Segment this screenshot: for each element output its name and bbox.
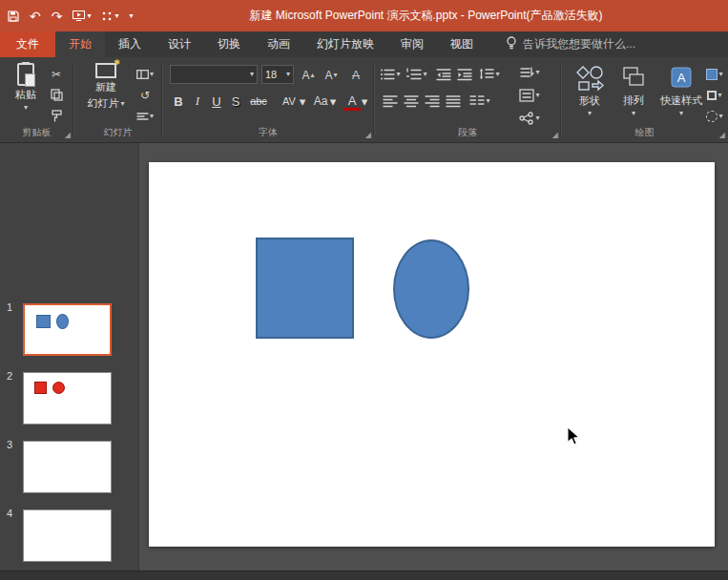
dropdown-arrow-icon: ▾ (535, 92, 539, 99)
font-dialog-launcher-icon[interactable]: ◢ (365, 132, 371, 139)
align-text-button[interactable]: ▾ (513, 86, 546, 104)
slide-number: 1 (7, 301, 20, 313)
line-spacing-button[interactable]: ▾ (479, 65, 500, 83)
section-button[interactable]: ▾ (135, 107, 156, 125)
drawing-group-label: 绘图 (561, 126, 728, 139)
slide-thumbnail-4[interactable] (23, 509, 112, 562)
status-bar (0, 570, 728, 580)
tab-slideshow[interactable]: 幻灯片放映 (303, 31, 387, 57)
dropdown-arrow-icon: ▾ (396, 71, 400, 78)
thumb-red-square-shape (34, 382, 47, 394)
italic-button[interactable]: I (189, 92, 206, 111)
thumb-ellipse-shape (56, 314, 69, 329)
tell-me-label: 告诉我您想要做什么... (523, 36, 635, 52)
paragraph-dialog-launcher-icon[interactable]: ◢ (552, 132, 558, 139)
dropdown-arrow-icon: ▾ (24, 104, 28, 112)
font-size-value: 18 (265, 69, 277, 80)
tab-home[interactable]: 开始 (55, 31, 105, 57)
increase-indent-button[interactable] (454, 65, 475, 83)
tab-insert[interactable]: 插入 (105, 31, 155, 57)
tab-animations[interactable]: 动画 (254, 31, 303, 57)
shapes-button[interactable]: 形状 ▾ (569, 65, 611, 117)
justify-button[interactable] (443, 92, 464, 110)
font-name-combobox[interactable]: ▾ (170, 65, 258, 84)
numbering-button[interactable]: ▾ (406, 65, 427, 83)
font-group-label: 字体 (162, 126, 374, 139)
dropdown-arrow-icon: ▾ (361, 92, 368, 111)
slide-number: 4 (7, 508, 20, 519)
tab-file[interactable]: 文件 (0, 31, 55, 57)
align-right-button[interactable] (422, 92, 443, 110)
ribbon: 粘贴 ▾ ✂ 剪贴板 ◢ 新建 幻灯片 ▾ (0, 57, 728, 143)
paragraph-group: ▾ ▾ ▾ (374, 57, 561, 142)
ellipse-shape[interactable] (393, 239, 469, 339)
redo-icon[interactable]: ↷ (52, 10, 63, 23)
shape-outline-button[interactable]: ▾ (704, 86, 725, 104)
paste-icon (17, 63, 34, 86)
start-slideshow-icon[interactable]: ▾ (73, 10, 91, 21)
strikethrough-button[interactable]: abc (246, 92, 271, 111)
slide-thumbnail-1[interactable] (23, 303, 112, 356)
clipboard-dialog-launcher-icon[interactable]: ◢ (65, 132, 71, 139)
shape-effects-button[interactable]: ▾ (704, 107, 725, 125)
format-painter-button[interactable] (46, 107, 67, 125)
new-slide-button[interactable]: 新建 幻灯片 ▾ (81, 63, 131, 111)
tab-view[interactable]: 视图 (437, 31, 487, 57)
slides-group: 新建 幻灯片 ▾ ▾ ↺ ▾ 幻灯片 (73, 57, 162, 142)
decrease-indent-button[interactable] (433, 65, 454, 83)
touch-mode-icon[interactable]: ▾ (101, 10, 118, 22)
save-icon[interactable] (8, 10, 19, 22)
font-color-button[interactable]: A (343, 93, 361, 111)
slide-thumbnail-2[interactable] (23, 372, 112, 425)
text-direction-button[interactable]: ▾ (513, 63, 546, 81)
shrink-font-label: A (324, 69, 332, 82)
cut-button[interactable]: ✂ (46, 65, 67, 83)
customize-qat-icon[interactable]: ▾ (130, 12, 134, 20)
quick-styles-button[interactable]: A 快速样式 ▾ (656, 65, 706, 117)
character-spacing-button[interactable]: AV (279, 92, 300, 111)
shape-fill-button[interactable]: ▾ (704, 65, 725, 83)
clear-formatting-label: A (352, 69, 360, 82)
reset-button[interactable]: ↺ (135, 86, 156, 104)
dropdown-arrow-icon: ▾ (495, 71, 499, 78)
clear-formatting-button[interactable]: A (345, 66, 366, 84)
convert-to-smartart-button[interactable]: ▾ (513, 109, 546, 127)
undo-icon[interactable]: ↶ (30, 10, 41, 23)
text-shadow-button[interactable]: S (227, 92, 244, 111)
grow-font-label: A (302, 69, 309, 82)
grow-font-button[interactable]: A ▴ (298, 66, 319, 84)
dropdown-arrow-icon: ▾ (286, 71, 290, 78)
shapes-label: 形状 (579, 93, 600, 108)
layout-button[interactable]: ▾ (135, 65, 156, 83)
columns-button[interactable]: ▾ (469, 92, 490, 110)
bullets-button[interactable]: ▾ (380, 65, 401, 83)
tab-review[interactable]: 审阅 (387, 31, 437, 57)
rectangle-shape[interactable] (256, 238, 354, 339)
window-title: 新建 Microsoft PowerPoint 演示文稿.pptx - Powe… (143, 0, 709, 31)
arrange-label: 排列 (623, 93, 644, 108)
shrink-font-button[interactable]: A ▾ (321, 66, 342, 84)
editor-area (138, 143, 728, 570)
font-size-combobox[interactable]: 18 ▾ (261, 65, 294, 84)
tab-transitions[interactable]: 切换 (204, 31, 254, 57)
copy-button[interactable] (46, 86, 67, 104)
caret-up-icon: ▴ (311, 72, 315, 79)
underline-button[interactable]: U (208, 92, 225, 111)
bold-button[interactable]: B (170, 92, 187, 111)
align-left-button[interactable] (380, 92, 401, 110)
titlebar: ↶ ↷ ▾ ▾ ▾ 新建 Microsoft PowerPoint 演示文稿.p… (0, 0, 728, 31)
clipboard-group: 粘贴 ▾ ✂ 剪贴板 ◢ (0, 57, 73, 142)
dropdown-arrow-icon: ▾ (632, 110, 635, 117)
align-center-button[interactable] (401, 92, 422, 110)
dropdown-arrow-icon: ▾ (114, 12, 118, 20)
change-case-button[interactable]: Aa (311, 92, 330, 111)
quick-styles-label: 快速样式 (660, 93, 702, 108)
slide-thumbnail-3[interactable] (23, 441, 112, 493)
tell-me-box[interactable]: 告诉我您想要做什么... (496, 31, 645, 57)
drawing-dialog-launcher-icon[interactable]: ◢ (719, 132, 725, 139)
tab-design[interactable]: 设计 (155, 31, 204, 57)
dropdown-arrow-icon: ▾ (150, 71, 154, 78)
slide-canvas[interactable] (149, 162, 715, 547)
paste-button[interactable]: 粘贴 ▾ (8, 63, 44, 112)
arrange-button[interactable]: 排列 ▾ (614, 65, 653, 117)
